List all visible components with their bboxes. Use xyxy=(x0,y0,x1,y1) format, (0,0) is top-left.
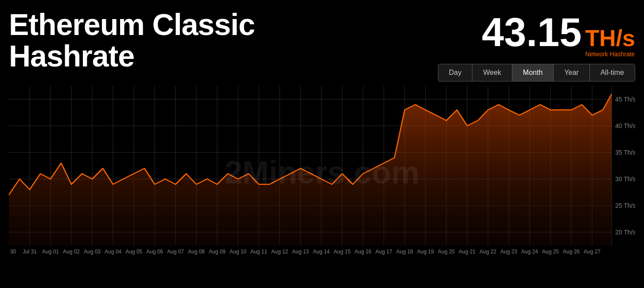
right-block: 43.15 TH/s Network Hashrate Day Week Mon… xyxy=(438,9,635,82)
svg-text:Aug 25: Aug 25 xyxy=(542,249,559,255)
svg-text:Jul 31: Jul 31 xyxy=(23,249,37,255)
btn-alltime[interactable]: All-time xyxy=(590,64,635,81)
btn-year[interactable]: Year xyxy=(554,64,589,81)
svg-text:Aug 12: Aug 12 xyxy=(271,249,288,255)
svg-text:Aug 11: Aug 11 xyxy=(250,249,267,255)
svg-text:30 Th/s: 30 Th/s xyxy=(615,175,635,183)
svg-text:40 Th/s: 40 Th/s xyxy=(615,122,635,129)
header: Ethereum Classic Hashrate 43.15 TH/s Net… xyxy=(9,9,635,82)
svg-text:Aug 02: Aug 02 xyxy=(63,249,80,255)
svg-text:Aug 09: Aug 09 xyxy=(209,249,226,255)
chart-svg: 45 Th/s 40 Th/s 35 Th/s 30 Th/s 25 Th/s … xyxy=(9,86,635,259)
title-line2: Hashrate xyxy=(9,39,134,73)
btn-month[interactable]: Month xyxy=(512,64,554,81)
svg-text:Aug 01: Aug 01 xyxy=(42,249,59,255)
svg-text:Aug 17: Aug 17 xyxy=(375,249,392,255)
svg-text:Aug 20: Aug 20 xyxy=(438,249,455,255)
svg-text:20 Th/s: 20 Th/s xyxy=(615,229,635,236)
btn-week[interactable]: Week xyxy=(472,64,512,81)
svg-text:Aug 24: Aug 24 xyxy=(521,249,538,255)
svg-text:Aug 14: Aug 14 xyxy=(313,249,330,255)
title-block: Ethereum Classic Hashrate xyxy=(9,9,255,72)
page-title: Ethereum Classic Hashrate xyxy=(9,9,255,72)
svg-text:Aug 21: Aug 21 xyxy=(459,249,476,255)
hashrate-unit: TH/s xyxy=(585,27,635,50)
svg-text:45 Th/s: 45 Th/s xyxy=(615,96,635,103)
svg-text:Aug 08: Aug 08 xyxy=(188,249,205,255)
svg-text:25 Th/s: 25 Th/s xyxy=(615,202,635,209)
svg-text:Aug 15: Aug 15 xyxy=(334,249,351,255)
network-label: Network Hashrate xyxy=(585,51,635,58)
svg-text:Aug 26: Aug 26 xyxy=(563,249,580,255)
btn-day[interactable]: Day xyxy=(438,64,472,81)
svg-text:Aug 03: Aug 03 xyxy=(84,249,101,255)
svg-text:Aug 06: Aug 06 xyxy=(146,249,163,255)
svg-text:Aug 16: Aug 16 xyxy=(355,249,371,255)
svg-text:35 Th/s: 35 Th/s xyxy=(615,149,635,156)
svg-text:Aug 23: Aug 23 xyxy=(500,249,517,255)
hashrate-unit-block: TH/s Network Hashrate xyxy=(585,27,635,58)
chart-area: 2Miners.com xyxy=(9,86,635,259)
svg-text:Aug 07: Aug 07 xyxy=(167,249,184,255)
svg-text:Aug 13: Aug 13 xyxy=(292,249,309,255)
svg-text:Aug 05: Aug 05 xyxy=(125,249,142,255)
title-line1: Ethereum Classic xyxy=(9,8,255,41)
svg-text:Aug 18: Aug 18 xyxy=(396,249,413,255)
svg-text:Jul 30: Jul 30 xyxy=(9,249,16,255)
svg-text:Aug 27: Aug 27 xyxy=(584,249,601,255)
svg-text:Aug 10: Aug 10 xyxy=(230,249,246,255)
svg-text:Aug 04: Aug 04 xyxy=(105,249,121,255)
time-buttons: Day Week Month Year All-time xyxy=(438,64,635,82)
svg-text:Aug 22: Aug 22 xyxy=(480,249,496,255)
hashrate-value: 43.15 xyxy=(482,12,582,52)
hashrate-display: 43.15 TH/s Network Hashrate xyxy=(482,12,635,58)
svg-text:Aug 19: Aug 19 xyxy=(417,249,434,255)
page-container: Ethereum Classic Hashrate 43.15 TH/s Net… xyxy=(0,0,644,288)
